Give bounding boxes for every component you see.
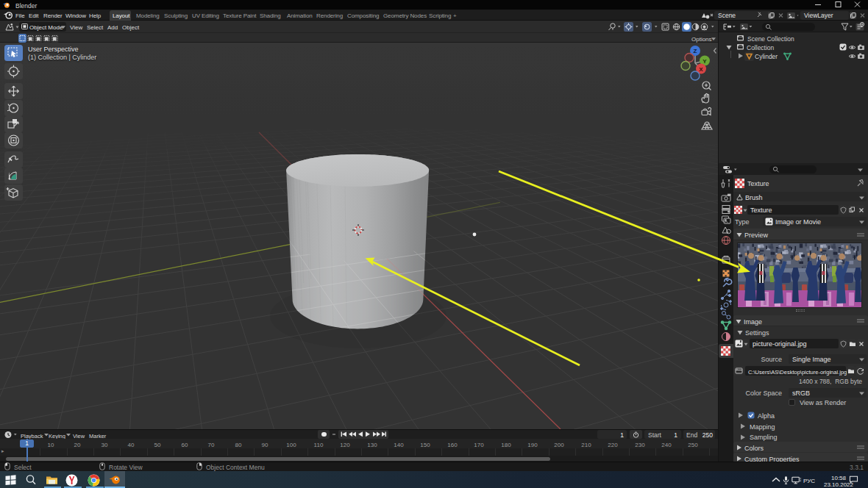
svg-text:X: X	[699, 66, 703, 73]
svg-text:Y: Y	[702, 58, 707, 65]
svg-text:Z: Z	[694, 48, 697, 54]
